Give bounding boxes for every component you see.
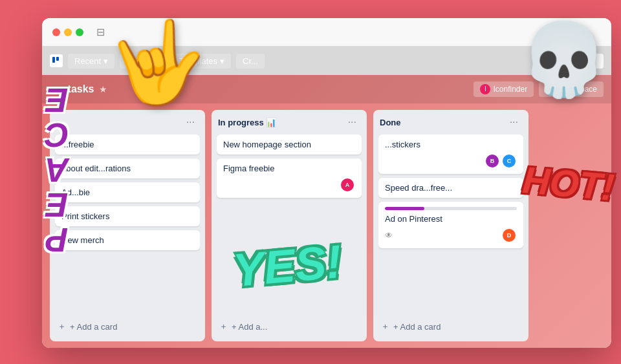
column-1: ... ··· ...freebie about edit...rations … [50, 110, 205, 341]
card-freebie[interactable]: ...freebie [55, 134, 200, 155]
column-2-header: In progress 📊 ··· [217, 115, 362, 129]
card-new-homepage[interactable]: New homepage section [217, 134, 362, 155]
board-star-icon[interactable]: ★ [99, 84, 107, 94]
card-print-stickers[interactable]: Print stickers [55, 206, 200, 226]
progress-fill [385, 207, 424, 210]
column-2-add-card[interactable]: ＋ + Add a... [217, 317, 362, 336]
card-avatar: A [340, 177, 355, 193]
column-2-title: In progress 📊 [218, 118, 276, 127]
board-area: ...g tasks ★ I Iconfinder W Workspace ..… [42, 75, 611, 348]
board-header: ...g tasks ★ I Iconfinder W Workspace [42, 75, 611, 103]
workspace-icon: W [545, 84, 556, 94]
card-ad-pinterest[interactable]: Ad on Pinterest 👁 D [378, 202, 523, 248]
create-nav-button[interactable]: Cr... [236, 54, 265, 69]
column-1-cards: ...freebie about edit...rations Ad...bie… [55, 134, 200, 314]
card-avatar: C [501, 153, 517, 169]
column-3: Done ··· ...stickers B C Sp [373, 110, 528, 341]
trello-logo [50, 54, 63, 67]
maximize-button[interactable] [76, 28, 83, 36]
card-avatar: B [485, 153, 500, 169]
traffic-lights [52, 28, 83, 36]
iconfinder-icon: I [480, 84, 490, 94]
trello-logo-icon [50, 54, 63, 67]
card-new-merch[interactable]: New merch [55, 230, 200, 250]
column-1-title: ... [56, 118, 63, 127]
card-speed-draw[interactable]: Speed dra...free... [378, 178, 523, 198]
sidebar-toggle-icon[interactable]: ⊟ [96, 26, 105, 38]
eye-icon: 👁 [385, 231, 393, 240]
column-3-header: Done ··· [378, 115, 523, 129]
card-avatar: D [501, 228, 517, 243]
column-3-cards: ...stickers B C Speed dra...free... [378, 134, 523, 314]
close-button[interactable] [52, 28, 60, 36]
column-3-menu[interactable]: ··· [506, 115, 522, 129]
svg-rect-1 [56, 57, 59, 61]
iconfinder-tab[interactable]: I Iconfinder [474, 81, 534, 97]
column-2: In progress 📊 ··· New homepage section F… [212, 110, 367, 341]
card-about-rations[interactable]: about edit...rations [55, 158, 200, 178]
starred-nav-button[interactable]: Starred ▾ [120, 54, 168, 69]
column-2-menu[interactable]: ··· [344, 115, 360, 129]
svg-rect-0 [52, 57, 55, 63]
column-1-add-card[interactable]: ＋ + Add a card [55, 317, 200, 336]
title-bar: ⊟ [42, 18, 611, 47]
column-3-add-card[interactable]: ＋ + Add a card [378, 317, 523, 336]
card-progress-bar [385, 207, 517, 210]
column-3-title: Done [380, 118, 401, 127]
trello-navbar: Recent ▾ Starred ▾ Templates ▾ Cr... Cre… [42, 47, 611, 75]
board-title: ...g tasks [50, 83, 94, 95]
workspace-tab[interactable]: W Workspace [539, 81, 604, 97]
column-1-header: ... ··· [55, 115, 200, 129]
card-stickers-done[interactable]: ...stickers B C [378, 134, 523, 174]
browser-window: ⊟ Recent ▾ Starred ▾ Templates ▾ Cr... C… [42, 18, 611, 348]
card-figma-freebie[interactable]: Figma freebie A [217, 158, 362, 198]
column-2-cards: New homepage section Figma freebie A [217, 134, 362, 314]
templates-nav-button[interactable]: Templates ▾ [173, 54, 231, 69]
create-button[interactable]: Create [560, 54, 604, 69]
minimize-button[interactable] [64, 28, 72, 36]
columns-area: ... ··· ...freebie about edit...rations … [42, 103, 611, 348]
card-adbie[interactable]: Ad...bie [55, 182, 200, 202]
recent-nav-button[interactable]: Recent ▾ [68, 54, 114, 69]
column-1-menu[interactable]: ··· [182, 115, 199, 129]
